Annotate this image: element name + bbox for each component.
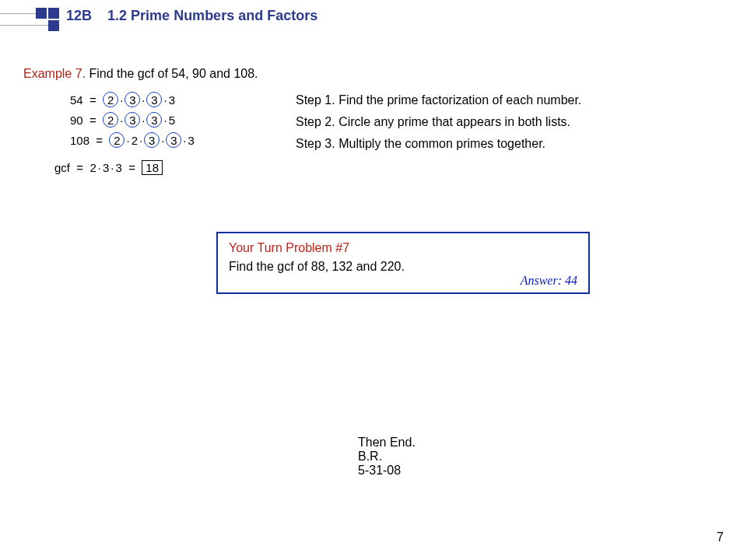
header-title: 12B 1.2 Prime Numbers and Factors [66,8,317,24]
end-line-2: B.R. [358,450,416,464]
circled-prime: 3 [124,112,140,128]
step-2: Step 2. Circle any prime that appears in… [296,115,570,129]
end-line-1: Then End. [358,436,416,450]
step-text: Find the prime factorization of each num… [335,93,582,107]
circled-prime: 3 [124,92,140,107]
end-note: Then End. B.R. 5-31-08 [358,436,416,478]
step-label: Step 2. [296,115,335,128]
circled-prime: 3 [166,132,181,148]
gcf-box: 18 [142,160,163,175]
step-text: Circle any prime that appears in both li… [335,115,570,128]
header-code: 12B [66,8,92,23]
example-label: Example 7. [23,67,86,80]
your-turn-prompt: Find the gcf of 88, 132 and 220. [229,260,577,274]
fact-n: 54 [70,93,83,107]
step-1: Step 1. Find the prime factorization of … [296,93,581,107]
header-ornament [0,8,58,34]
your-turn-box: Your Turn Problem #7 Find the gcf of 88,… [216,232,590,294]
example-text: Find the gcf of 54, 90 and 108. [86,67,258,80]
slide-header: 12B 1.2 Prime Numbers and Factors [0,8,747,34]
circled-prime: 2 [109,132,124,148]
factorization-54: 54 = 2·3·3·3 [70,92,175,107]
step-label: Step 1. [296,93,335,107]
fact-n: 108 [70,134,89,147]
end-line-3: 5-31-08 [358,464,416,478]
step-text: Multiply the common primes together. [335,137,545,150]
page-number: 7 [717,530,724,544]
factorization-90: 90 = 2·3·3·5 [70,112,175,128]
fact-n: 90 [70,114,83,127]
circled-prime: 2 [103,92,118,107]
gcf-result: gcf = 2·3·3 = 18 [54,160,163,175]
circled-prime: 3 [144,132,160,148]
circled-prime: 3 [146,92,162,107]
your-turn-answer: Answer: 44 [521,274,577,288]
example-heading: Example 7. Find the gcf of 54, 90 and 10… [23,67,258,81]
step-3: Step 3. Multiply the common primes toget… [296,137,545,151]
step-label: Step 3. [296,137,335,150]
header-text: 1.2 Prime Numbers and Factors [107,8,317,23]
factorization-108: 108 = 2·2·3·3·3 [70,132,195,148]
gcf-label: gcf [54,161,70,174]
circled-prime: 2 [103,112,118,128]
your-turn-title: Your Turn Problem #7 [229,241,577,255]
circled-prime: 3 [146,112,162,128]
